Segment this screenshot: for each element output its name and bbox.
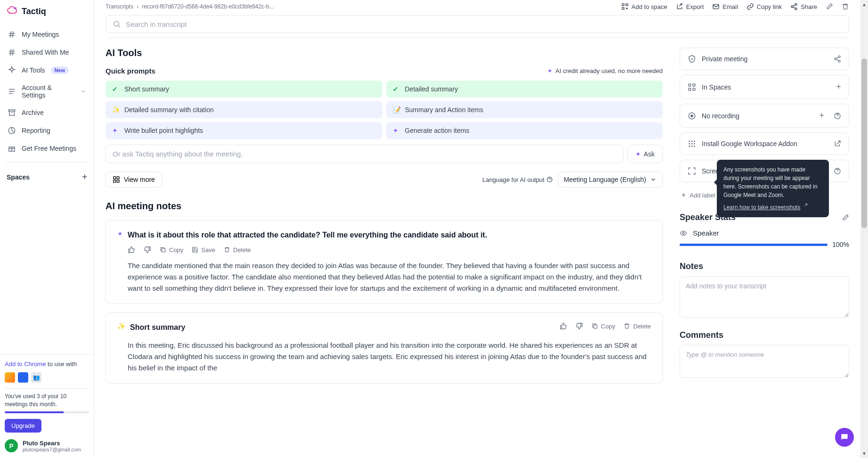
prompt-short-summary[interactable]: ✓Short summary (105, 81, 382, 98)
teams-icon[interactable]: 👥 (31, 372, 41, 383)
apps-icon (688, 139, 696, 148)
svg-point-31 (694, 141, 695, 142)
usage-bar (5, 411, 89, 413)
logo[interactable]: Tactiq (0, 0, 94, 25)
add-to-space-button[interactable]: Add to space (621, 3, 667, 10)
delete-button[interactable]: Delete (624, 323, 651, 330)
thumbs-down-icon[interactable] (576, 322, 583, 330)
card-label: No recording (702, 112, 810, 120)
comments-textarea[interactable] (680, 345, 849, 378)
add-chrome-link[interactable]: Add to Chrome (5, 360, 46, 368)
main-content: Transcripts › record-f67d6720-d566-4de4-… (94, 0, 860, 458)
nav-archive[interactable]: Archive (4, 104, 90, 122)
share-icon[interactable] (834, 55, 841, 63)
ask-button[interactable]: ✦Ask (627, 145, 663, 163)
hash-icon (8, 30, 16, 39)
svg-rect-18 (594, 325, 597, 328)
install-addon-card[interactable]: Install Google Workspace Addon (680, 132, 849, 155)
svg-rect-5 (626, 4, 628, 6)
view-more-button[interactable]: View more (105, 172, 162, 188)
delete-icon[interactable] (842, 3, 849, 10)
intercom-launcher[interactable] (835, 428, 854, 447)
copy-button[interactable]: Copy (592, 323, 615, 330)
prompt-detailed-citation[interactable]: ✨Detailed summary with citation (105, 101, 382, 118)
svg-point-34 (694, 143, 695, 144)
help-icon[interactable] (834, 167, 841, 175)
topbar: Transcripts › record-f67d6720-d566-4de4-… (94, 0, 860, 10)
sparkle-icon: ✨ (117, 322, 125, 330)
help-icon[interactable] (834, 112, 841, 120)
thumbs-up-icon[interactable] (128, 246, 135, 254)
thumbs-up-icon[interactable] (560, 322, 567, 330)
external-link-icon[interactable] (834, 140, 841, 147)
speaker-bar (680, 244, 827, 246)
tactiq-logo-icon (7, 6, 18, 17)
export-button[interactable]: Export (676, 3, 704, 10)
prompt-detailed-summary[interactable]: ✓Detailed summary (386, 81, 663, 98)
google-meet-icon[interactable] (5, 372, 15, 383)
svg-point-33 (691, 143, 692, 144)
nav-account-settings[interactable]: Account & Settings (4, 79, 90, 104)
brand-name: Tactiq (22, 7, 46, 16)
plus-icon: + (681, 191, 686, 199)
share-button[interactable]: Share (790, 3, 817, 10)
nav-my-meetings[interactable]: My Meetings (4, 25, 90, 43)
breadcrumb-root[interactable]: Transcripts (105, 3, 133, 10)
tooltip-link[interactable]: Learn how to take screenshots (723, 203, 808, 212)
eye-icon[interactable] (680, 229, 687, 237)
speaker-name: Speaker (693, 229, 719, 237)
check-icon: ✓ (393, 85, 400, 93)
notes-textarea[interactable] (680, 276, 849, 318)
edit-icon[interactable] (842, 214, 849, 221)
ask-input[interactable]: Or ask Tactiq anything about the meeting… (105, 145, 624, 163)
lang-select[interactable]: Meeting Language (English) (558, 172, 663, 188)
nav-reporting[interactable]: Reporting (4, 122, 90, 139)
sparkle-icon: ✨ (112, 106, 120, 114)
thumbs-down-icon[interactable] (144, 246, 151, 254)
svg-point-35 (689, 146, 690, 147)
search-box[interactable] (105, 15, 849, 33)
help-icon[interactable] (546, 176, 553, 183)
scrollbar[interactable]: ▲ ▼ (860, 0, 868, 458)
svg-point-27 (691, 114, 693, 117)
plus-icon[interactable]: + (819, 111, 824, 121)
copy-icon (160, 246, 166, 253)
user-profile[interactable]: P Pluto Spears plutospears7@gmail.com (5, 433, 89, 452)
sparkle-icon: ✦ (547, 67, 552, 74)
nav-label: Get Free Meetings (22, 145, 76, 152)
scroll-down-icon[interactable]: ▼ (862, 449, 867, 458)
upgrade-button[interactable]: Upgrade (5, 419, 41, 433)
note-body: The candidate mentioned that the main re… (128, 260, 651, 294)
svg-point-0 (15, 7, 16, 9)
nav-ai-tools[interactable]: AI Tools New (4, 61, 90, 79)
copy-button[interactable]: Copy (160, 246, 183, 254)
delete-button[interactable]: Delete (224, 246, 251, 254)
note-title: Short summary (130, 322, 555, 333)
nav-shared[interactable]: Shared With Me (4, 43, 90, 61)
scroll-thumb[interactable] (861, 58, 867, 228)
comments-heading: Comments (680, 330, 849, 340)
copy-link-button[interactable]: Copy link (746, 3, 782, 10)
nav-free-meetings[interactable]: Get Free Meetings (4, 139, 90, 157)
lang-label: Language for AI output (482, 176, 553, 183)
add-space-icon[interactable]: + (82, 172, 87, 182)
zoom-icon[interactable] (18, 372, 28, 383)
svg-point-36 (691, 146, 692, 147)
edit-icon[interactable] (826, 3, 833, 10)
plus-icon[interactable]: + (836, 82, 841, 92)
scroll-up-icon[interactable]: ▲ (862, 0, 867, 9)
search-input[interactable] (126, 20, 842, 28)
svg-rect-4 (622, 4, 624, 6)
nav-label: AI Tools (22, 66, 45, 74)
chat-icon (840, 433, 849, 442)
sparkle-icon: ✦ (117, 230, 123, 237)
save-button[interactable]: Save (192, 246, 215, 254)
speaker-percent: 100% (832, 241, 849, 248)
prompt-gen-actions[interactable]: ✦Generate action items (386, 122, 663, 139)
spaces-header: Spaces + (0, 167, 94, 187)
email-button[interactable]: Email (712, 3, 738, 10)
svg-point-21 (838, 60, 840, 62)
prompt-summary-actions[interactable]: 📝Summary and Action items (386, 101, 663, 118)
prompt-bullet-highlights[interactable]: ✦Write bullet point highlights (105, 122, 382, 139)
note-card: ✨ Short summary Copy Delete In this meet… (105, 312, 663, 383)
